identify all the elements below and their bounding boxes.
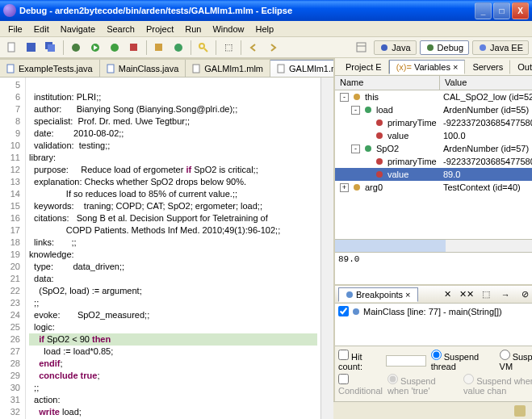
code-line[interactable]: endif;: [29, 358, 317, 370]
back-button[interactable]: [245, 39, 262, 57]
code-line[interactable]: COPD Patients. Methods Inf Med. 2010;49(…: [29, 224, 317, 237]
code-line[interactable]: type: data_driven;;: [29, 261, 317, 273]
tab-variables[interactable]: (x)= Variables ×: [389, 60, 466, 74]
tab-breakpoints[interactable]: Breakpoints ×: [338, 287, 418, 302]
variable-row[interactable]: value89.0: [335, 168, 532, 181]
editor-tab[interactable]: GALMlm1.mlm: [186, 60, 270, 77]
new-button[interactable]: [3, 39, 21, 57]
col-value[interactable]: Value: [440, 76, 532, 90]
code-line[interactable]: knowledge:: [29, 249, 317, 261]
editor-tab[interactable]: ExampleTests.java: [0, 60, 100, 77]
suspend-vm-radio[interactable]: Suspend VM: [500, 350, 532, 371]
close-icon[interactable]: ×: [453, 62, 458, 72]
show-bp-button[interactable]: ⬚: [477, 286, 495, 304]
code-line[interactable]: action:: [29, 394, 317, 406]
perspective-debug[interactable]: Debug: [420, 40, 469, 55]
code-line[interactable]: specialist: Prof. Dr. med. Uwe Tegtbur;;: [29, 115, 317, 128]
tab-servers[interactable]: Servers: [465, 60, 510, 74]
conditional-option[interactable]: Conditional: [338, 374, 383, 396]
variable-row[interactable]: -thisCAL_SpO2_low (id=52): [335, 90, 532, 103]
hitcount-input[interactable]: [386, 355, 426, 367]
menu-project[interactable]: Project: [141, 23, 178, 36]
run-last-button[interactable]: [106, 39, 124, 57]
run-button[interactable]: [86, 39, 104, 57]
variable-row[interactable]: +arg0TestContext (id=40): [335, 181, 532, 194]
tab-outline[interactable]: Outline: [510, 60, 532, 74]
code-line[interactable]: purpose: Reduce load of ergometer if SpO…: [29, 164, 317, 176]
svg-point-40: [353, 308, 359, 315]
code-line[interactable]: load := load*0.85;: [29, 346, 317, 358]
skip-bp-button[interactable]: ⊘: [516, 286, 532, 304]
code-line[interactable]: if SpO2 < 90 then: [29, 333, 317, 346]
expand-toggle[interactable]: +: [340, 183, 349, 192]
code-line[interactable]: links: ;;: [29, 237, 317, 249]
menu-navigate[interactable]: Navigate: [56, 23, 100, 36]
code-line[interactable]: conclude true;: [29, 370, 317, 382]
variable-row[interactable]: primaryTime-9223372036854775808: [335, 155, 532, 168]
variable-row[interactable]: -SpO2ArdenNumber (id=57): [335, 142, 532, 155]
status-icon[interactable]: [514, 405, 526, 417]
minimize-button[interactable]: _: [475, 2, 492, 19]
expand-toggle[interactable]: -: [340, 93, 349, 102]
open-perspective-button[interactable]: [353, 39, 371, 57]
tab-project-explorer[interactable]: Project E: [338, 60, 389, 74]
remove-all-bp-button[interactable]: ✕✕: [458, 286, 475, 304]
search-button[interactable]: [195, 39, 212, 57]
menu-file[interactable]: File: [3, 23, 27, 36]
code-line[interactable]: ;;: [29, 297, 317, 309]
code-line[interactable]: institution: PLRI;;: [29, 91, 317, 103]
code-line[interactable]: validation: testing;;: [29, 140, 317, 152]
code-line[interactable]: citations: Song B et al. Decision Suppor…: [29, 212, 317, 224]
code-line[interactable]: data:: [29, 273, 317, 285]
remove-bp-button[interactable]: ✕: [438, 286, 456, 304]
debug-button[interactable]: [67, 39, 85, 57]
bp-enabled-checkbox[interactable]: [338, 306, 349, 316]
variable-row[interactable]: primaryTime-9223372036854775808: [335, 116, 532, 129]
expand-toggle[interactable]: -: [351, 145, 360, 153]
code-line[interactable]: ;;: [29, 382, 317, 394]
goto-bp-button[interactable]: →: [496, 286, 514, 304]
code-line[interactable]: evoke: SpO2_measured;;: [29, 309, 317, 321]
perspective-java[interactable]: Java: [374, 40, 416, 55]
variable-row[interactable]: value100.0: [335, 129, 532, 142]
variable-detail[interactable]: 89.0: [335, 252, 532, 284]
line-gutter: 5678910111213141516171819202122232425262…: [0, 78, 26, 419]
code-line[interactable]: explanation: Checks whether SpO2 drops b…: [29, 176, 317, 188]
new-package-button[interactable]: [150, 39, 168, 57]
code-line[interactable]: If so reduces load to 85% of current val…: [29, 188, 317, 200]
forward-button[interactable]: [264, 39, 282, 57]
menu-search[interactable]: Search: [102, 23, 140, 36]
vertical-scrollbar[interactable]: [320, 78, 333, 419]
editor-tab[interactable]: MainClass.java: [100, 60, 186, 77]
toggle-mark-button[interactable]: ⬚: [220, 39, 237, 57]
main-toolbar: ⬚ Java Debug Java EE: [0, 37, 532, 58]
save-all-button[interactable]: [42, 39, 60, 57]
horizontal-scrollbar[interactable]: [335, 240, 446, 252]
ext-tools-button[interactable]: [125, 39, 143, 57]
maximize-button[interactable]: □: [493, 2, 510, 19]
variable-row[interactable]: -loadArdenNumber (id=55): [335, 103, 532, 116]
expand-toggle[interactable]: -: [351, 106, 360, 115]
code-line[interactable]: write load;: [29, 406, 317, 418]
code-line[interactable]: library:: [29, 152, 317, 164]
breakpoint-item[interactable]: MainClass [line: 77] - main(String[]): [338, 305, 532, 317]
col-name[interactable]: Name: [335, 76, 440, 90]
menu-run[interactable]: Run: [180, 23, 206, 36]
code-line[interactable]: date: 2010-08-02;;: [29, 128, 317, 140]
hitcount-option[interactable]: Hit count:: [338, 350, 381, 371]
close-icon[interactable]: ×: [405, 290, 410, 300]
menu-help[interactable]: Help: [251, 23, 279, 36]
code-line[interactable]: (SpO2, load) := argument;: [29, 285, 317, 297]
menu-edit[interactable]: Edit: [29, 23, 54, 36]
new-class-button[interactable]: [170, 39, 187, 57]
code-line[interactable]: logic:: [29, 321, 317, 333]
code-line[interactable]: keywords: traning; COPD; CAT; SpO2; ergo…: [29, 200, 317, 212]
close-button[interactable]: X: [512, 2, 529, 19]
perspective-javaee[interactable]: Java EE: [472, 40, 529, 55]
code-line[interactable]: author: Bianying Song (Bianying.Song@plr…: [29, 103, 317, 115]
menu-window[interactable]: Window: [207, 23, 249, 36]
suspend-thread-radio[interactable]: Suspend thread: [431, 350, 495, 371]
code-area[interactable]: institution: PLRI;; author: Bianying Son…: [26, 78, 320, 419]
code-line[interactable]: [29, 79, 317, 91]
save-button[interactable]: [23, 39, 40, 57]
